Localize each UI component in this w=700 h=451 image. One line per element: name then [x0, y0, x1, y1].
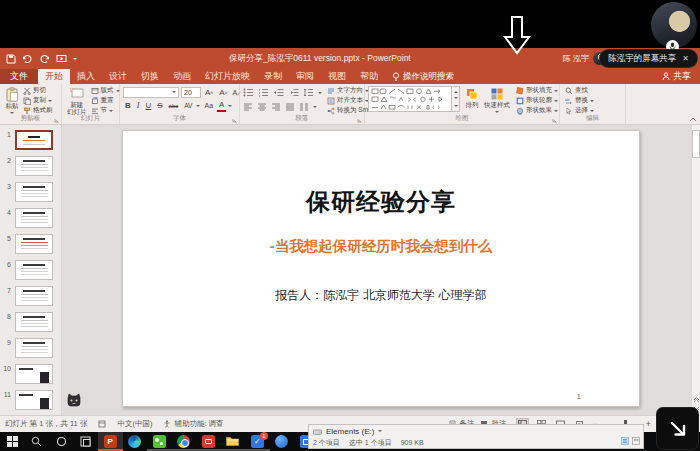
previous-slide-icon[interactable] [693, 397, 700, 404]
slide-thumbnail-5[interactable]: 5 [0, 234, 61, 254]
slide-subtitle[interactable]: -当我想起保研经历时我会想到什么 [123, 237, 639, 256]
start-button[interactable] [0, 432, 25, 451]
slide-presenter-line[interactable]: 报告人：陈泓宇 北京师范大学 心理学部 [123, 287, 639, 304]
task-view-icon[interactable] [74, 432, 99, 451]
reset-button[interactable]: 重置 [91, 96, 120, 105]
taskbar-file-explorer-icon[interactable] [221, 432, 246, 451]
slide-thumbnail-11[interactable]: 11 [0, 390, 61, 410]
arrange-button[interactable]: 排列 [463, 86, 481, 109]
font-name-input[interactable] [123, 87, 179, 98]
tab-design[interactable]: 设计 [102, 69, 134, 84]
quick-styles-button[interactable]: 快速样式 [482, 86, 512, 116]
align-left-icon[interactable] [243, 103, 253, 111]
character-spacing-button[interactable]: AV [182, 100, 194, 112]
vertical-scrollbar[interactable] [691, 125, 700, 415]
taskbar-blue-circle-app-icon[interactable] [270, 432, 295, 451]
bold-button[interactable]: B [123, 100, 133, 112]
taskbar-docs-icon[interactable]: ✓1 [245, 432, 270, 451]
gallery-more-icon[interactable] [454, 105, 458, 109]
gallery-down-icon[interactable] [454, 97, 458, 101]
icons-view-icon[interactable] [632, 437, 640, 445]
grow-font-button[interactable]: A˄ [203, 87, 215, 99]
taskbar-powerpoint-icon[interactable]: P [98, 432, 123, 451]
screen-share-banner[interactable]: 陈泓宇的屏幕共享 ✕ [600, 50, 697, 67]
tab-record[interactable]: 录制 [257, 69, 289, 84]
slide-title[interactable]: 保研经验分享 [123, 186, 639, 218]
layout-button[interactable]: 版式 [91, 86, 120, 95]
thumbnail-preview[interactable] [15, 312, 53, 332]
thumbnail-preview[interactable] [15, 338, 53, 358]
shape-fill-button[interactable]: 形状填充 [516, 86, 558, 95]
tab-review[interactable]: 审阅 [289, 69, 321, 84]
tab-transitions[interactable]: 切换 [134, 69, 166, 84]
font-color-button[interactable]: A [217, 100, 226, 112]
thumbnail-preview[interactable] [15, 260, 53, 280]
thumbnail-preview[interactable] [15, 208, 53, 228]
align-center-icon[interactable] [257, 103, 267, 111]
tab-help[interactable]: 帮助 [353, 69, 385, 84]
justify-icon[interactable] [285, 103, 295, 111]
strikethrough-button[interactable]: S [155, 100, 164, 112]
scrollbar-thumb[interactable] [692, 130, 700, 158]
cortana-icon[interactable] [49, 432, 74, 451]
tab-insert[interactable]: 插入 [70, 69, 102, 84]
share-control-overlay[interactable] [657, 408, 698, 449]
numbering-icon[interactable] [258, 88, 269, 97]
details-view-icon[interactable] [621, 437, 629, 445]
change-case-button[interactable]: Aa [202, 100, 215, 112]
paste-button[interactable]: 粘贴 [3, 86, 21, 117]
cut-button[interactable]: 剪切 [23, 86, 53, 95]
increase-indent-icon[interactable] [288, 88, 299, 97]
share-button[interactable]: 共享 [653, 69, 700, 84]
desktop-pet-cat-icon[interactable] [66, 392, 82, 408]
save-icon[interactable] [6, 54, 16, 64]
slide-thumbnail-3[interactable]: 3 [0, 182, 61, 202]
tell-me-search[interactable]: 操作说明搜索 [385, 69, 461, 84]
shape-outline-button[interactable]: 形状轮廓 [516, 96, 558, 105]
file-explorer-strip[interactable]: Elements (E:) 2 个项目 选中 1 个项目 909 KB [308, 424, 644, 449]
thumbnail-preview[interactable] [15, 390, 53, 410]
bullets-icon[interactable] [243, 88, 254, 97]
tab-slideshow[interactable]: 幻灯片放映 [198, 69, 257, 84]
italic-button[interactable]: I [135, 100, 142, 112]
find-button[interactable]: 查找 [565, 86, 594, 95]
language-indicator[interactable]: 中文(中国) [117, 419, 152, 429]
collapse-ribbon-chevron-icon[interactable] [689, 117, 697, 122]
close-icon[interactable]: ✕ [682, 54, 689, 63]
text-shadow-button[interactable]: abc [167, 100, 181, 112]
slide-thumbnail-9[interactable]: 9 [0, 338, 61, 358]
thumbnail-preview[interactable] [15, 130, 53, 150]
drive-name[interactable]: Elements (E:) [326, 427, 374, 436]
taskbar-edge-icon[interactable] [123, 432, 148, 451]
drive-chevron-icon[interactable] [378, 430, 382, 434]
tab-file[interactable]: 文件 [0, 69, 38, 84]
shrink-font-button[interactable]: A˅ [217, 87, 229, 99]
redo-icon[interactable] [39, 54, 50, 64]
shapes-gallery-scrollbar[interactable] [452, 86, 460, 112]
slide-thumbnail-6[interactable]: 6 [0, 260, 61, 280]
thumbnail-preview[interactable] [15, 286, 53, 306]
line-spacing-icon[interactable] [303, 88, 314, 97]
decrease-indent-icon[interactable] [273, 88, 284, 97]
slide-thumbnail-2[interactable]: 2 [0, 156, 61, 176]
taskbar-wechat-icon[interactable] [147, 432, 172, 451]
clipboard-dialog-launcher-icon[interactable] [54, 118, 59, 123]
font-dialog-launcher-icon[interactable] [232, 118, 237, 123]
replace-button[interactable]: ab 替换 [565, 96, 594, 105]
gallery-up-icon[interactable] [454, 89, 458, 93]
copy-button[interactable]: 复制 [23, 96, 53, 105]
taskbar-chrome-icon[interactable] [172, 432, 197, 451]
tab-view[interactable]: 视图 [321, 69, 353, 84]
slide-thumbnail-1[interactable]: 1 [0, 130, 61, 150]
thumbnail-preview[interactable] [15, 234, 53, 254]
paragraph-dialog-launcher-icon[interactable] [357, 118, 362, 123]
drawing-dialog-launcher-icon[interactable] [552, 118, 557, 123]
zoom-in-button[interactable]: + [646, 419, 651, 429]
tab-home[interactable]: 开始 [38, 69, 70, 84]
thumbnail-preview[interactable] [15, 364, 53, 384]
tab-animations[interactable]: 动画 [166, 69, 198, 84]
undo-icon[interactable] [22, 54, 33, 64]
shapes-gallery[interactable] [368, 86, 452, 112]
font-size-input[interactable]: 20 [181, 87, 201, 98]
underline-button[interactable]: U [143, 100, 153, 112]
